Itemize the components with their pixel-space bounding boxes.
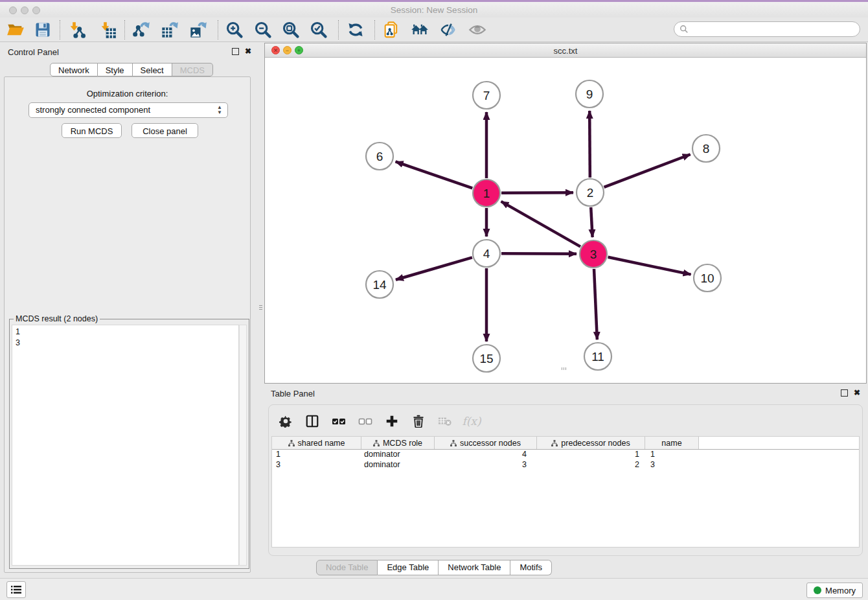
- zoom-selected-icon[interactable]: [310, 21, 328, 39]
- mcds-result-title: MCDS result (2 nodes): [14, 314, 100, 323]
- table-header-row: shared nameMCDS rolesuccessor nodesprede…: [272, 437, 859, 450]
- table-cell: 4: [435, 450, 537, 460]
- graph-node-label: 9: [586, 87, 593, 101]
- graph-node-label: 10: [700, 271, 714, 285]
- add-icon[interactable]: [384, 413, 400, 429]
- graph-node-label: 4: [483, 247, 490, 260]
- show-all-icon[interactable]: [468, 21, 486, 39]
- criterion-dropdown-value: strongly connected component: [36, 105, 150, 115]
- graph-node-label: 7: [483, 89, 490, 102]
- network-graph[interactable]: 1234678910111415: [265, 58, 866, 383]
- table-toolbar: f(x): [273, 409, 479, 433]
- memory-button[interactable]: Memory: [806, 583, 863, 598]
- graph-edge-3-11[interactable]: [594, 269, 597, 340]
- mcds-result-list[interactable]: 13: [12, 325, 239, 566]
- graph-edge-4-3[interactable]: [501, 253, 577, 254]
- graph-edge-1-2[interactable]: [501, 192, 573, 193]
- delete-icon[interactable]: [411, 413, 426, 429]
- zoom-out-icon[interactable]: [254, 21, 272, 39]
- toolbar-separator: [338, 20, 339, 40]
- table-panel: f(x) shared nameMCDS rolesuccessor nodes…: [268, 404, 863, 556]
- graph-edge-3-1[interactable]: [501, 202, 580, 247]
- column-tree-icon: [450, 440, 457, 446]
- gear-icon[interactable]: [278, 413, 293, 429]
- delete-table-icon: [437, 413, 453, 429]
- chevron-up-down-icon: ▲▼: [217, 105, 222, 115]
- export-network-icon[interactable]: [132, 21, 150, 39]
- select-all-icon[interactable]: [331, 413, 347, 429]
- tab-mcds[interactable]: MCDS: [172, 63, 213, 76]
- column-header-successor-nodes[interactable]: successor nodes: [435, 437, 537, 449]
- column-header-MCDS-role[interactable]: MCDS role: [361, 437, 435, 449]
- first-neighbors-icon[interactable]: [411, 21, 429, 39]
- table-cell: dominator: [361, 450, 435, 460]
- status-bar: Memory: [0, 578, 868, 600]
- graph-node-label: 2: [587, 186, 594, 200]
- table-cell: 3: [272, 460, 361, 470]
- application-window: Session: New Session: [0, 0, 868, 600]
- table-cell: 2: [537, 460, 645, 470]
- table-panel-buttons: ✖: [841, 389, 860, 397]
- zoom-fit-icon[interactable]: [282, 21, 300, 39]
- memory-status-icon: [814, 586, 821, 594]
- deselect-all-icon[interactable]: [358, 413, 373, 429]
- graph-node-label: 3: [590, 248, 597, 261]
- graph-node-label: 8: [703, 142, 710, 156]
- float-panel-icon[interactable]: [841, 389, 848, 397]
- graph-edge-3-10[interactable]: [608, 257, 691, 275]
- tab-motifs[interactable]: Motifs: [510, 560, 552, 575]
- network-window-titlebar[interactable]: ✕ − + scc.txt: [265, 43, 866, 58]
- graph-node-label: 6: [376, 150, 383, 163]
- tab-network[interactable]: Network: [50, 63, 98, 76]
- close-panel-icon[interactable]: ✖: [854, 390, 860, 396]
- table-panel-title: Table Panel: [271, 389, 315, 398]
- table-cell: 3: [435, 460, 537, 470]
- float-panel-icon[interactable]: [232, 48, 239, 55]
- function-builder-icon: f(x): [464, 413, 479, 429]
- table-row[interactable]: 1dominator411: [272, 450, 859, 460]
- table-row[interactable]: 3dominator323: [272, 460, 859, 470]
- close-panel-icon[interactable]: ✖: [245, 49, 251, 54]
- task-history-button[interactable]: [6, 581, 26, 598]
- main-toolbar: [0, 17, 868, 42]
- mcds-result-box: MCDS result (2 nodes) 13: [9, 319, 249, 569]
- export-image-icon[interactable]: [189, 21, 207, 39]
- close-panel-button[interactable]: Close panel: [131, 123, 198, 138]
- import-network-icon[interactable]: [67, 21, 86, 39]
- table-cell: 1: [272, 450, 361, 460]
- panel-splitter-handle[interactable]: [258, 302, 263, 312]
- graph-edge-4-14[interactable]: [396, 257, 472, 279]
- tab-style[interactable]: Style: [98, 63, 133, 76]
- graph-edge-2-3[interactable]: [591, 207, 592, 237]
- control-panel-buttons: ✖: [232, 48, 251, 55]
- export-table-icon[interactable]: [161, 21, 179, 39]
- column-header-predecessor-nodes[interactable]: predecessor nodes: [537, 437, 645, 449]
- tab-edge-table[interactable]: Edge Table: [378, 560, 439, 575]
- graph-node-label: 15: [479, 352, 493, 365]
- clone-network-icon[interactable]: [382, 21, 400, 39]
- result-scrollbar[interactable]: [239, 325, 247, 566]
- graph-edge-2-9[interactable]: [589, 111, 590, 178]
- import-table-icon[interactable]: [98, 21, 117, 39]
- criterion-dropdown[interactable]: strongly connected component ▲▼: [29, 102, 228, 118]
- open-session-icon[interactable]: [6, 21, 25, 39]
- column-header-shared-name[interactable]: shared name: [272, 437, 361, 449]
- search-input[interactable]: [689, 24, 853, 35]
- split-columns-icon[interactable]: [304, 413, 320, 429]
- toolbar-separator: [374, 20, 375, 40]
- run-mcds-button[interactable]: Run MCDS: [62, 123, 122, 138]
- tab-node-table[interactable]: Node Table: [316, 560, 378, 575]
- column-header-name[interactable]: name: [645, 437, 699, 449]
- window-resize-grip[interactable]: [558, 367, 569, 370]
- hide-selected-icon[interactable]: [439, 21, 457, 39]
- graph-node-label: 11: [591, 350, 604, 363]
- tab-network-table[interactable]: Network Table: [439, 560, 510, 575]
- column-tree-icon: [288, 440, 295, 446]
- refresh-layout-icon[interactable]: [347, 21, 365, 39]
- graph-edge-1-6[interactable]: [396, 161, 473, 188]
- tab-select[interactable]: Select: [133, 63, 172, 76]
- graph-edge-2-8[interactable]: [604, 154, 691, 187]
- save-session-icon[interactable]: [34, 21, 52, 39]
- search-field[interactable]: [674, 21, 860, 37]
- zoom-in-icon[interactable]: [225, 21, 244, 39]
